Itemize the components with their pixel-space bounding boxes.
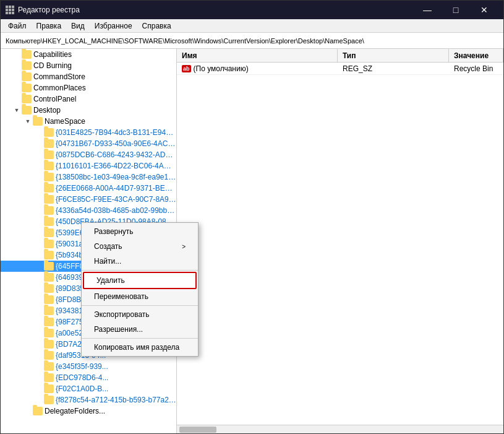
expand-icon xyxy=(34,384,44,394)
horizontal-scrollbar[interactable] xyxy=(177,425,503,433)
tree-item-guid-23[interactable]: {f8278c54-a712-415b-b593-b77a2be0dd... xyxy=(1,394,176,406)
expand-icon xyxy=(34,183,44,193)
folder-icon xyxy=(22,72,32,81)
tree-item-guid-4[interactable]: {138508bc-1e03-49ea-9c8f-ea9e1d05d65 xyxy=(1,171,176,183)
folder-icon xyxy=(44,329,54,337)
col-value-header: Значение xyxy=(449,49,503,62)
tree-item-commonplaces[interactable]: CommonPlaces xyxy=(1,82,176,93)
folder-icon xyxy=(44,340,54,349)
folder-icon xyxy=(44,184,54,193)
expand-icon xyxy=(34,362,44,371)
col-type-header: Тип xyxy=(338,49,449,62)
tree-label: {11016101-E366-4D22-BC06-4ADA335C2 xyxy=(56,162,176,170)
tree-item-guid-22[interactable]: {F02C1A0D-B... xyxy=(1,383,176,394)
window-icon xyxy=(6,6,14,14)
tree-label: CommonPlaces xyxy=(33,84,86,92)
maximize-button[interactable]: □ xyxy=(442,1,470,19)
tree-item-guid-7[interactable]: {4336a54d-038b-4685-ab02-99bb52d3fbl xyxy=(1,205,176,216)
ctx-permissions[interactable]: Разрешения... xyxy=(82,322,198,337)
expand-icon xyxy=(12,94,22,104)
values-list: ab (По умолчанию) REG_SZ Recycle Bin xyxy=(177,63,503,425)
folder-icon xyxy=(44,295,54,304)
menu-help[interactable]: Справка xyxy=(137,19,176,33)
expand-icon xyxy=(34,339,44,349)
folder-icon xyxy=(44,318,54,326)
tree-item-guid-6[interactable]: {F6CE85C-F9EE-43CA-90C7-8A9BD53A xyxy=(1,194,176,205)
folder-icon xyxy=(44,228,54,237)
tree-item-guid-3[interactable]: {11016101-E366-4D22-BC06-4ADA335C2 xyxy=(1,160,176,171)
folder-icon xyxy=(44,217,54,226)
expand-icon xyxy=(34,373,44,383)
menu-favorites[interactable]: Избранное xyxy=(90,19,137,33)
folder-icon xyxy=(44,240,54,248)
registry-values-pane: Имя Тип Значение ab (По умолчанию) REG_S… xyxy=(177,49,503,433)
expand-icon xyxy=(12,50,22,59)
menu-file[interactable]: Файл xyxy=(3,19,32,33)
expand-icon xyxy=(12,61,22,71)
reg-value-cell: Recycle Bin xyxy=(454,64,498,73)
folder-icon xyxy=(44,139,54,148)
folder-icon xyxy=(44,150,54,159)
expand-icon xyxy=(34,350,44,360)
tree-label: {04731B67-D933-450a-90E6-4ACD2E940E xyxy=(56,139,176,148)
tree-item-guid-21[interactable]: {EDC978D6-4... xyxy=(1,372,176,383)
tree-item-guid-5[interactable]: {26EE0668-A00A-44D7-9371-BEB064C98 xyxy=(1,183,176,194)
title-bar: Редактор реестра — □ ✕ xyxy=(1,1,503,19)
tree-label: DelegateFolders... xyxy=(45,407,105,415)
registry-row[interactable]: ab (По умолчанию) REG_SZ Recycle Bin xyxy=(177,63,503,75)
folder-icon xyxy=(44,162,54,170)
expand-down-icon: ▼ xyxy=(23,116,33,126)
ctx-separator-1 xyxy=(82,270,198,271)
ctx-find[interactable]: Найти... xyxy=(82,254,198,269)
tree-item-controlpanel[interactable]: ControlPanel xyxy=(1,93,176,105)
address-bar: Компьютер\HKEY_LOCAL_MACHINE\SOFTWARE\Mi… xyxy=(1,33,503,49)
submenu-arrow-icon xyxy=(182,242,186,251)
ctx-rename[interactable]: Переименовать xyxy=(82,289,198,304)
tree-item-namespace[interactable]: ▼ NameSpace xyxy=(1,116,176,127)
reg-name-cell: ab (По умолчанию) xyxy=(182,64,343,73)
expand-icon xyxy=(12,72,22,82)
tree-item-guid-20[interactable]: {e345f35f-939... xyxy=(1,361,176,372)
expand-icon xyxy=(34,139,44,149)
expand-icon xyxy=(12,83,22,93)
menu-edit[interactable]: Правка xyxy=(32,19,67,33)
tree-item-delegatefolders[interactable]: DelegateFolders... xyxy=(1,406,176,417)
tree-label: NameSpace xyxy=(45,117,85,126)
expand-icon xyxy=(34,306,44,316)
ctx-expand[interactable]: Развернуть xyxy=(82,224,198,239)
ctx-copy-name[interactable]: Копировать имя раздела xyxy=(82,340,198,355)
expand-icon xyxy=(34,261,44,271)
tree-item-cd-burning[interactable]: CD Burning xyxy=(1,60,176,71)
minimize-button[interactable]: — xyxy=(413,1,442,19)
tree-item-commandstore[interactable]: CommandStore xyxy=(1,71,176,82)
tree-item-desktop[interactable]: ▼ Desktop xyxy=(1,105,176,116)
folder-icon xyxy=(22,61,32,70)
tree-item-guid-0[interactable]: {031E4825-7B94-4dc3-B131-E946B44C8D xyxy=(1,127,176,138)
folder-icon xyxy=(22,50,32,59)
tree-item-guid-2[interactable]: {0875DCB6-C686-4243-9432-ADCCF0B9F xyxy=(1,149,176,160)
expand-icon xyxy=(23,406,33,416)
expand-icon xyxy=(34,328,44,338)
expand-icon xyxy=(34,295,44,305)
main-content: Capabilities CD Burning CommandStore xyxy=(1,49,503,433)
expand-down-icon: ▼ xyxy=(12,105,22,115)
folder-open-icon xyxy=(22,106,32,115)
tree-label: ControlPanel xyxy=(33,95,76,103)
expand-icon xyxy=(34,250,44,260)
folder-open-icon xyxy=(33,117,43,126)
tree-label: {0875DCB6-C686-4243-9432-ADCCF0B9F xyxy=(56,150,176,159)
tree-item-guid-1[interactable]: {04731B67-D933-450a-90E6-4ACD2E940E xyxy=(1,138,176,149)
tree-item-capabilities[interactable]: Capabilities xyxy=(1,49,176,60)
scrollbar-thumb xyxy=(179,427,216,433)
expand-icon xyxy=(34,150,44,160)
ctx-create[interactable]: Создать xyxy=(82,239,198,254)
tree-label: {EDC978D6-4... xyxy=(56,373,108,382)
ctx-delete[interactable]: Удалить xyxy=(83,272,197,289)
tree-label: {26EE0668-A00A-44D7-9371-BEB064C98 xyxy=(56,184,176,193)
folder-icon xyxy=(22,95,32,103)
ctx-export[interactable]: Экспортировать xyxy=(82,307,198,322)
menu-view[interactable]: Вид xyxy=(66,19,90,33)
tree-label: CD Burning xyxy=(33,61,72,70)
close-button[interactable]: ✕ xyxy=(470,1,498,19)
registry-editor-window: Редактор реестра — □ ✕ Файл Правка Вид И… xyxy=(0,0,504,434)
